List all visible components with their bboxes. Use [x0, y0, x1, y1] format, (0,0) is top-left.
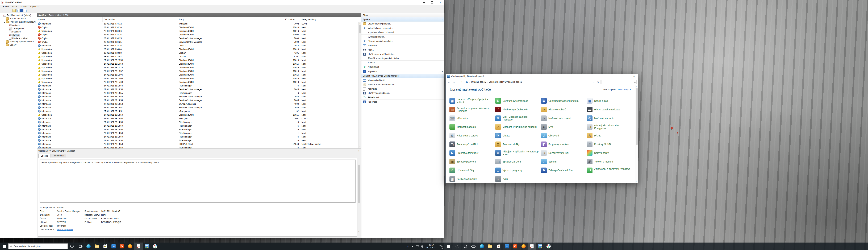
- taskbar-app-task-view[interactable]: [469, 243, 478, 250]
- control-panel-item[interactable]: ▣Správce pověření: [450, 157, 495, 166]
- control-panel-item[interactable]: ⌨Klávesnice: [450, 114, 495, 123]
- control-panel-item[interactable]: ☑Výchozí programy: [495, 166, 541, 175]
- tree-item[interactable]: Instalace: [0, 30, 37, 33]
- scroll-down-icon[interactable]: ▼: [358, 230, 361, 233]
- action-item[interactable]: Aktualizovat: [362, 65, 444, 69]
- control-panel-item[interactable]: ◉Centrum usnadnění přístupu: [541, 96, 587, 105]
- event-row[interactable]: Chyba28.01.2021 0:34:25DistributedCOM100…: [37, 33, 358, 36]
- event-row[interactable]: Informace27.01.2021 23:14:50Winlogon7001…: [37, 117, 358, 120]
- control-panel-item[interactable]: ◧Programy a funkce: [541, 140, 587, 149]
- actions-section-header[interactable]: Systém▲: [362, 17, 444, 22]
- control-panel-item[interactable]: ⚙Nástroje pro správu: [450, 131, 495, 140]
- action-item[interactable]: Přidružit k tomuto protokolu úlohu...: [362, 56, 444, 61]
- taskbar-app-file-explorer[interactable]: [93, 243, 101, 250]
- control-panel-item[interactable]: ☺Uživatelské účty: [450, 166, 495, 175]
- tree-item[interactable]: Systém: [0, 33, 37, 37]
- tree-item[interactable]: Zabezpečení: [0, 27, 37, 30]
- column-header[interactable]: ID události: [285, 17, 299, 22]
- actions-section-header[interactable]: Událost 7040, Service Control Manager▲: [362, 73, 444, 78]
- column-header[interactable]: Zdroj: [178, 17, 285, 22]
- event-row[interactable]: Chyba28.01.2021 0:34:25Service Control M…: [37, 36, 358, 40]
- open-log-icon[interactable]: [12, 9, 16, 12]
- taskbar-app-store[interactable]: [494, 243, 503, 250]
- control-panel-scrollbar[interactable]: ∧ ∨: [635, 85, 638, 183]
- event-row[interactable]: Informace27.01.2021 23:14:56FilterManage…: [37, 84, 358, 88]
- taskbar-app-office[interactable]: O: [511, 243, 519, 250]
- menu-item-nápověda[interactable]: Nápověda: [28, 5, 41, 8]
- minimize-button[interactable]: [420, 0, 428, 5]
- event-row[interactable]: Informace27.01.2021 23:14:50FilterManage…: [37, 120, 358, 124]
- control-panel-item[interactable]: ▤Firewall v programu Windows Defender: [450, 105, 495, 114]
- maximize-button[interactable]: [428, 0, 436, 5]
- event-row[interactable]: Informace27.01.2021 23:14:50DHCPv6-Clien…: [37, 142, 358, 146]
- taskbar-app-cortana[interactable]: [68, 243, 76, 250]
- menu-item-akce[interactable]: Akce: [11, 5, 18, 8]
- control-panel-item[interactable]: ✉Mail (Microsoft Outlook) (32bitové): [495, 114, 541, 123]
- taskbar-app-edge[interactable]: [478, 243, 486, 250]
- taskbar-app-task-view[interactable]: [76, 243, 84, 250]
- control-panel-item[interactable]: ↺Zálohování a obnovení (Windows 7): [587, 166, 633, 175]
- taskbar-app-control-panel[interactable]: [536, 243, 545, 250]
- tree-item[interactable]: Odběry: [0, 43, 37, 46]
- action-item[interactable]: Nápověda▸: [362, 100, 444, 104]
- scroll-up-icon[interactable]: ▲: [358, 161, 361, 164]
- refresh-icon[interactable]: ↻: [596, 80, 600, 84]
- scrollbar-thumb[interactable]: [636, 88, 638, 145]
- event-row[interactable]: Informace27.01.2021 23:14:53WLAN-AutoCon…: [37, 102, 358, 106]
- control-panel-item[interactable]: ◔Oblast: [495, 131, 541, 140]
- taskbar-app-mail[interactable]: ✉: [110, 243, 118, 250]
- event-row[interactable]: Upozornění28.01.2021 0:34:00DistributedC…: [37, 48, 358, 51]
- event-row[interactable]: Informace28.01.2021 0:34:32Winlogon7002(…: [37, 22, 358, 26]
- control-panel-item[interactable]: ⚡Možnosti napájení: [450, 123, 495, 131]
- tab-details[interactable]: Podrobnosti: [51, 154, 66, 157]
- control-panel-item[interactable]: ▶Přehrát automaticky: [450, 149, 495, 157]
- taskbar-search-input[interactable]: Sem zadejte hledaný výraz: [8, 243, 68, 249]
- event-row[interactable]: Chyba28.01.2021 0:34:25Service Control M…: [37, 40, 358, 44]
- action-item[interactable]: Vytvořit vlastní zobrazení...: [362, 26, 444, 30]
- action-item[interactable]: Zobrazit▸: [362, 61, 444, 65]
- event-row[interactable]: Informace27.01.2021 23:14:51e1dexpress32…: [37, 110, 358, 113]
- control-panel-item[interactable]: ▤Pracovní složky: [495, 140, 541, 149]
- tab-general[interactable]: Obecné: [38, 154, 50, 158]
- taskbar-app-office[interactable]: O: [118, 243, 126, 250]
- control-panel-item[interactable]: ▦Zařízení a tiskárny: [450, 175, 495, 183]
- tree-item[interactable]: Protokoly aplikací a služeb: [0, 40, 37, 43]
- notifications-icon[interactable]: 1: [439, 245, 442, 248]
- event-row[interactable]: Informace27.01.2021 23:14:50FilterManage…: [37, 146, 358, 149]
- action-item[interactable]: Vlastnosti události: [362, 78, 444, 82]
- taskbar-app-firefox[interactable]: [126, 243, 134, 250]
- scrollbar-thumb[interactable]: [358, 164, 360, 203]
- network-icon[interactable]: [416, 246, 419, 247]
- event-row[interactable]: Upozornění27.01.2021 23:15:03Distributed…: [37, 80, 358, 84]
- taskbar-app-firefox[interactable]: [519, 243, 528, 250]
- event-row[interactable]: Upozornění27.01.2021 23:23:58Distributed…: [37, 58, 358, 62]
- breadcrumb-item[interactable]: Ovládací panely: [471, 81, 486, 83]
- minimize-button[interactable]: [614, 74, 622, 79]
- control-panel-item[interactable]: ≡Prostory úložišť: [587, 140, 633, 149]
- control-panel-item[interactable]: ◫Správce zařízení: [495, 157, 541, 166]
- close-button[interactable]: ×: [436, 0, 444, 5]
- event-row[interactable]: Informace27.01.2021 23:14:55FilterManage…: [37, 91, 358, 95]
- control-panel-item[interactable]: ↻Centrum synchronizace: [495, 96, 541, 105]
- taskbar-app-edge[interactable]: [84, 243, 93, 250]
- control-panel-item[interactable]: ▦Datum a čas: [587, 96, 633, 105]
- action-item[interactable]: Otevřít uložený protokol...: [362, 22, 444, 26]
- control-panel-item[interactable]: ↺Obnovení: [541, 131, 587, 140]
- taskbar-app-paint[interactable]: [545, 243, 553, 250]
- taskbar-app-cortana[interactable]: [461, 243, 469, 250]
- search-input[interactable]: [601, 80, 637, 84]
- collapse-icon[interactable]: ▲: [441, 75, 443, 77]
- event-row[interactable]: Informace27.01.2021 23:14:51Service Cont…: [37, 106, 358, 110]
- event-row[interactable]: Upozornění27.01.2021 23:17:28Distributed…: [37, 66, 358, 69]
- search-button[interactable]: [453, 243, 461, 250]
- action-item[interactable]: Uložit všechny události jako...: [362, 52, 444, 56]
- help-icon[interactable]: ?: [20, 9, 23, 12]
- taskbar-app-event-viewer[interactable]: [134, 243, 143, 250]
- scroll-down-icon[interactable]: ∨: [635, 181, 638, 183]
- detail-scrollbar[interactable]: ▲ ▼: [357, 161, 360, 233]
- event-list-scrollbar[interactable]: ▲ ▼: [358, 22, 361, 149]
- event-row[interactable]: Informace27.01.2021 23:14:54Service Cont…: [37, 98, 358, 102]
- chevron-down-icon[interactable]: ▼: [629, 89, 631, 90]
- event-row[interactable]: Upozornění27.01.2021 23:19:58Distributed…: [37, 62, 358, 66]
- action-item[interactable]: Uložit vybrané události...: [362, 91, 444, 95]
